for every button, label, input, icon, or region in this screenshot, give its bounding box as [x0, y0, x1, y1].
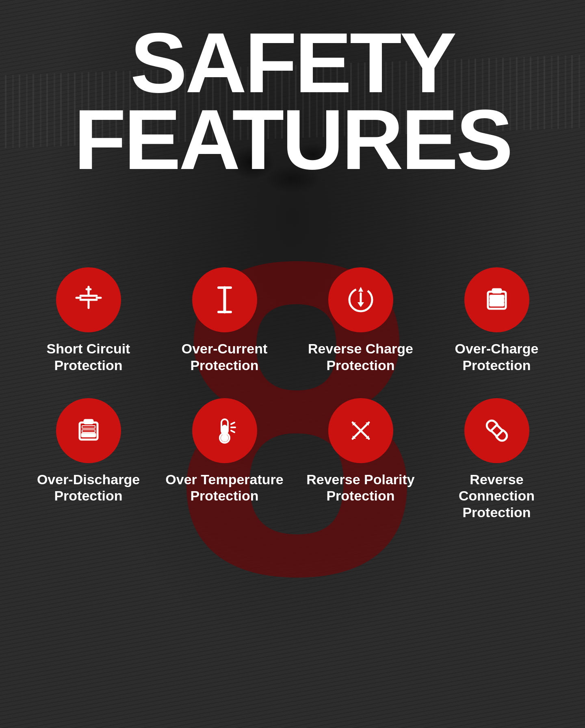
reverse-connection-icon-circle — [464, 398, 529, 463]
reverse-polarity-icon — [344, 414, 377, 447]
over-current-label: Over-CurrentProtection — [182, 340, 268, 374]
feature-over-discharge: Over-DischargeProtection — [24, 398, 152, 521]
reverse-charge-icon — [344, 284, 377, 316]
over-charge-icon-circle — [464, 267, 529, 332]
title-line1: SAFETY — [74, 24, 511, 101]
over-current-icon — [208, 284, 241, 316]
over-discharge-icon — [72, 414, 105, 447]
feature-reverse-connection: Reverse ConnectionProtection — [433, 398, 561, 521]
short-circuit-icon — [72, 284, 105, 316]
reverse-polarity-icon-circle — [328, 398, 393, 463]
feature-over-current: Over-CurrentProtection — [160, 267, 288, 374]
short-circuit-icon-circle — [56, 267, 121, 332]
over-charge-label: Over-ChargeProtection — [455, 340, 539, 374]
short-circuit-label: Short CircuitProtection — [47, 340, 130, 374]
features-row-2: Over-DischargeProtection — [24, 398, 561, 521]
svg-point-28 — [222, 435, 228, 441]
svg-marker-12 — [358, 287, 363, 292]
over-discharge-label: Over-DischargeProtection — [37, 471, 140, 505]
svg-rect-16 — [493, 289, 501, 292]
svg-rect-27 — [223, 426, 226, 435]
features-section: Short CircuitProtection Over-CurrentProt… — [0, 267, 585, 521]
reverse-charge-label: Reverse ChargeProtection — [308, 340, 413, 374]
over-charge-icon — [481, 284, 513, 316]
svg-rect-23 — [82, 430, 95, 432]
svg-rect-18 — [490, 299, 503, 302]
feature-reverse-polarity: Reverse PolarityProtection — [297, 398, 425, 521]
feature-over-temperature: Over TemperatureProtection — [160, 398, 288, 521]
page-container: SAFETY FEATURES 8 — [0, 0, 585, 728]
over-temperature-label: Over TemperatureProtection — [165, 471, 283, 505]
svg-rect-19 — [490, 296, 503, 298]
over-temperature-icon — [208, 414, 241, 447]
over-discharge-icon-circle — [56, 398, 121, 463]
features-row-1: Short CircuitProtection Over-CurrentProt… — [24, 267, 561, 374]
reverse-polarity-label: Reverse PolarityProtection — [306, 471, 415, 505]
reverse-connection-label: Reverse ConnectionProtection — [433, 471, 561, 521]
feature-reverse-charge: Reverse ChargeProtection — [297, 267, 425, 374]
svg-line-31 — [231, 431, 234, 432]
reverse-connection-icon — [481, 414, 513, 447]
svg-line-29 — [231, 422, 234, 424]
title-section: SAFETY FEATURES — [74, 24, 511, 178]
svg-rect-40 — [491, 425, 502, 436]
over-current-icon-circle — [192, 267, 257, 332]
svg-rect-21 — [84, 420, 93, 423]
over-temperature-icon-circle — [192, 398, 257, 463]
svg-rect-17 — [490, 303, 503, 306]
feature-over-charge: Over-ChargeProtection — [433, 267, 561, 374]
svg-marker-14 — [358, 302, 364, 307]
svg-rect-22 — [82, 434, 95, 436]
reverse-charge-icon-circle — [328, 267, 393, 332]
svg-rect-24 — [82, 426, 95, 428]
title-line2: FEATURES — [74, 101, 511, 178]
feature-short-circuit: Short CircuitProtection — [24, 267, 152, 374]
